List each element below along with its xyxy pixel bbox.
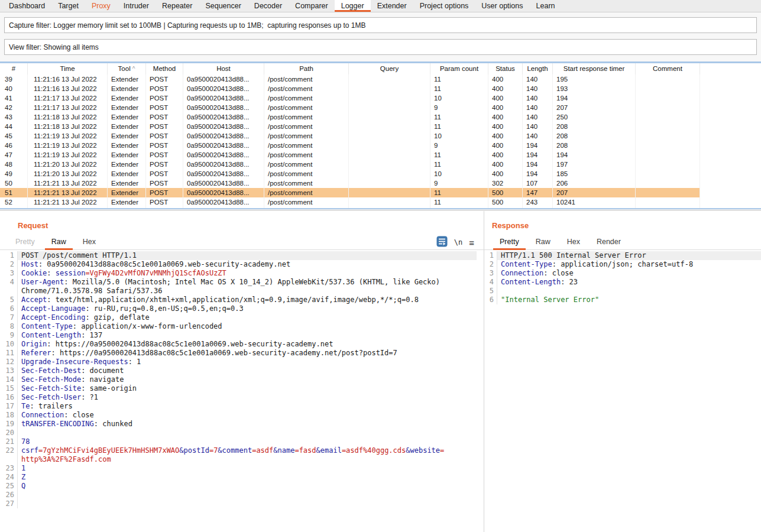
column-header-comment[interactable]: Comment: [636, 63, 700, 74]
menu-tab-extender[interactable]: Extender: [371, 0, 413, 12]
cell-comment: [636, 169, 700, 179]
cell-param-count: 11: [430, 84, 488, 93]
log-table-header: #TimeTool^MethodHostPathQueryParam count…: [0, 63, 761, 74]
cell-length: 194: [523, 150, 553, 160]
response-tab-raw[interactable]: Raw: [527, 235, 559, 249]
log-row-42[interactable]: 4211:21:17 13 Jul 2022ExtenderPOST0a9500…: [0, 103, 761, 112]
log-row-51[interactable]: 5111:21:21 13 Jul 2022ExtenderPOST0a9500…: [0, 188, 761, 197]
request-tab-raw[interactable]: Raw: [43, 235, 75, 249]
column-header-length[interactable]: Length: [523, 63, 553, 74]
code-line-5: 5: [484, 287, 761, 296]
cell-tool: Extender: [108, 131, 146, 141]
request-title: Request: [0, 211, 484, 230]
menu-tab-comparer[interactable]: Comparer: [289, 0, 335, 12]
line-number: 5: [0, 296, 17, 304]
column-header-start-response-timer[interactable]: Start response timer: [553, 63, 636, 74]
response-tab-render[interactable]: Render: [588, 235, 629, 249]
code-line-27: 27: [0, 499, 477, 508]
line-number: 11: [0, 349, 17, 358]
cell-status: 400: [488, 122, 523, 131]
cell-path: /post/comment: [264, 197, 349, 207]
column-header--[interactable]: #: [0, 63, 28, 74]
line-number: 19: [0, 420, 17, 429]
menu-tab-proxy[interactable]: Proxy: [85, 0, 117, 12]
cell--: 39: [0, 74, 28, 84]
cell-method: POST: [146, 84, 183, 93]
log-row-47[interactable]: 4711:21:19 13 Jul 2022ExtenderPOST0a9500…: [0, 150, 761, 160]
column-header-method[interactable]: Method: [146, 63, 183, 74]
cell-status: 500: [488, 188, 523, 197]
column-header-tool[interactable]: Tool^: [108, 63, 146, 74]
cell-status: 500: [488, 197, 523, 207]
response-tab-hex[interactable]: Hex: [559, 235, 588, 249]
log-row-48[interactable]: 4811:21:20 13 Jul 2022ExtenderPOST0a9500…: [0, 160, 761, 169]
cell-tool: Extender: [108, 84, 146, 93]
request-tab-pretty[interactable]: Pretty: [7, 235, 43, 249]
column-header-query[interactable]: Query: [349, 63, 430, 74]
cell-start-response-timer: 194: [553, 150, 636, 160]
code-line-11: 11Referer: https://0a9500020413d88ac08c5…: [0, 349, 477, 358]
line-number: 15: [0, 384, 17, 393]
response-editor[interactable]: 1HTTP/1.1 500 Internal Server Error2Cont…: [484, 250, 761, 304]
log-row-41[interactable]: 4111:21:17 13 Jul 2022ExtenderPOST0a9500…: [0, 93, 761, 103]
cell-length: 194: [523, 141, 553, 150]
menu-tab-logger[interactable]: Logger: [335, 0, 371, 12]
column-header-time[interactable]: Time: [28, 63, 108, 74]
cell-param-count: 11: [430, 197, 488, 207]
cell-host: 0a9500020413d88...: [183, 179, 264, 188]
code-line-26: 26: [0, 491, 477, 499]
cell-start-response-timer: 207: [553, 103, 636, 112]
line-number: 6: [484, 296, 497, 304]
menu-tab-target[interactable]: Target: [51, 0, 85, 12]
column-header-path[interactable]: Path: [264, 63, 349, 74]
view-filter-bar[interactable]: View filter: Showing all items: [4, 39, 757, 55]
cell-status: 400: [488, 112, 523, 122]
menu-tab-decoder[interactable]: Decoder: [248, 0, 289, 12]
response-tab-pretty[interactable]: Pretty: [491, 235, 527, 249]
menu-tab-dashboard[interactable]: Dashboard: [2, 0, 51, 12]
request-editor[interactable]: 1POST /post/comment HTTP/1.12Host: 0a950…: [0, 250, 477, 508]
cell-method: POST: [146, 197, 183, 207]
log-row-46[interactable]: 4611:21:19 13 Jul 2022ExtenderPOST0a9500…: [0, 141, 761, 150]
code-line-2: 2Host: 0a9500020413d88ac08c5c1e001a0069.…: [0, 260, 477, 269]
menu-tab-intruder[interactable]: Intruder: [117, 0, 156, 12]
capture-filter-text: Capture filter: Logger memory limit set …: [9, 21, 365, 30]
cell-param-count: 11: [430, 188, 488, 197]
log-row-49[interactable]: 4911:21:20 13 Jul 2022ExtenderPOST0a9500…: [0, 169, 761, 179]
menu-tab-project-options[interactable]: Project options: [413, 0, 475, 12]
column-header-status[interactable]: Status: [488, 63, 523, 74]
menu-tab-user-options[interactable]: User options: [475, 0, 529, 12]
log-row-45[interactable]: 4511:21:19 13 Jul 2022ExtenderPOST0a9500…: [0, 131, 761, 141]
editor-menu-icon[interactable]: ≡: [469, 238, 474, 247]
log-row-40[interactable]: 4011:21:16 13 Jul 2022ExtenderPOST0a9500…: [0, 84, 761, 93]
cell-length: 107: [523, 179, 553, 188]
cell-length: 243: [523, 197, 553, 207]
code-line-12: 12Upgrade-Insecure-Requests: 1: [0, 358, 477, 366]
code-line-3: 3Connection: close: [484, 269, 761, 278]
pretty-print-icon[interactable]: [436, 236, 448, 249]
log-row-44[interactable]: 4411:21:18 13 Jul 2022ExtenderPOST0a9500…: [0, 122, 761, 131]
cell-comment: [636, 160, 700, 169]
cell-start-response-timer: 193: [553, 84, 636, 93]
line-number: [0, 455, 17, 464]
cell--: 49: [0, 169, 28, 179]
cell-path: /post/comment: [264, 169, 349, 179]
cell-tool: Extender: [108, 93, 146, 103]
code-line-16: 16Sec-Fetch-User: ?1: [0, 393, 477, 402]
log-row-52[interactable]: 5211:21:21 13 Jul 2022ExtenderPOST0a9500…: [0, 197, 761, 207]
log-row-50[interactable]: 5011:21:21 13 Jul 2022ExtenderPOST0a9500…: [0, 179, 761, 188]
request-tab-hex[interactable]: Hex: [75, 235, 104, 249]
cell-start-response-timer: 206: [553, 179, 636, 188]
menu-tab-sequencer[interactable]: Sequencer: [199, 0, 247, 12]
request-tabs: PrettyRawHex \n ≡: [0, 235, 484, 250]
code-line-4: 4Content-Length: 23: [484, 278, 761, 287]
column-header-host[interactable]: Host: [183, 63, 264, 74]
newline-characters-icon[interactable]: \n: [454, 238, 462, 246]
code-line-3: 3Cookie: session=VgFWy4D2vMfON7vMNMhjQ1S…: [0, 269, 477, 278]
menu-tab-repeater[interactable]: Repeater: [156, 0, 199, 12]
log-row-43[interactable]: 4311:21:18 13 Jul 2022ExtenderPOST0a9500…: [0, 112, 761, 122]
capture-filter-bar[interactable]: Capture filter: Logger memory limit set …: [4, 17, 757, 33]
log-row-39[interactable]: 3911:21:16 13 Jul 2022ExtenderPOST0a9500…: [0, 74, 761, 84]
column-header-param-count[interactable]: Param count: [430, 63, 488, 74]
menu-tab-learn[interactable]: Learn: [530, 0, 562, 12]
